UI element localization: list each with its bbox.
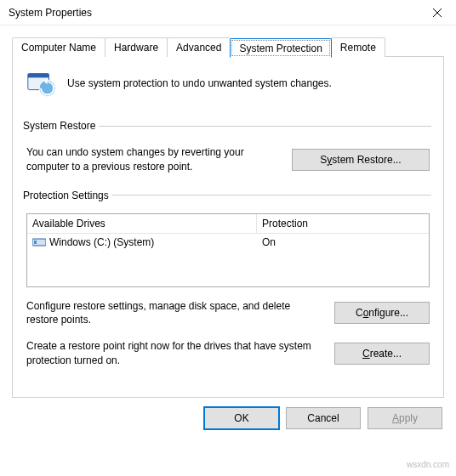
protection-settings-group: Protection Settings Available Drives Pro… [25,190,431,368]
watermark: wsxdn.com [407,460,449,469]
listview-body: Windows (C:) (System) On [27,234,429,286]
system-restore-text: You can undo system changes by reverting… [26,145,282,174]
window-title: System Properties [9,7,92,19]
create-text: Create a restore point right now for the… [26,339,324,368]
ok-button[interactable]: OK [204,407,279,429]
svg-rect-3 [28,74,49,78]
system-restore-button[interactable]: System Restore... [292,149,430,171]
col-protection[interactable]: Protection [257,214,429,234]
col-available-drives[interactable]: Available Drives [27,214,257,234]
titlebar: System Properties [0,0,456,26]
tab-panel-system-protection: Use system protection to undo unwanted s… [12,56,444,398]
system-protection-icon [25,67,57,99]
tab-advanced[interactable]: Advanced [167,37,231,57]
system-restore-group: System Restore You can undo system chang… [25,120,431,174]
tab-computer-name[interactable]: Computer Name [12,37,105,57]
drive-icon [32,237,46,247]
tab-strip: Computer Name Hardware Advanced System P… [12,37,456,57]
dialog-button-row: OK Cancel Apply [0,399,456,429]
cell-protection-status: On [257,234,429,251]
create-button[interactable]: Create... [334,343,430,365]
apply-button[interactable]: Apply [368,407,442,429]
intro-text: Use system protection to undo unwanted s… [67,77,332,89]
svg-rect-7 [34,241,37,244]
tab-hardware[interactable]: Hardware [105,37,168,57]
cancel-button[interactable]: Cancel [286,407,361,429]
intro-row: Use system protection to undo unwanted s… [25,67,431,99]
protection-settings-legend: Protection Settings [23,190,112,201]
cell-drive-name: Windows (C:) (System) [27,234,257,251]
tab-remote[interactable]: Remote [331,37,385,57]
table-row[interactable]: Windows (C:) (System) On [27,234,429,251]
system-restore-legend: System Restore [23,120,99,132]
close-button[interactable] [419,0,456,26]
configure-text: Configure restore settings, manage disk … [26,299,324,328]
listview-header: Available Drives Protection [27,214,429,234]
configure-button[interactable]: Configure... [334,302,430,324]
drives-listview[interactable]: Available Drives Protection Windows (C:)… [26,213,430,287]
tab-system-protection[interactable]: System Protection [230,38,331,58]
close-icon [433,8,442,17]
